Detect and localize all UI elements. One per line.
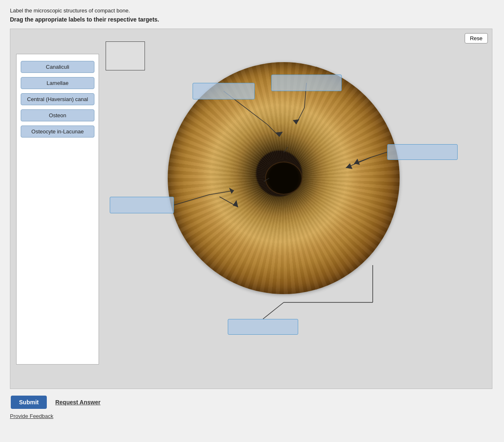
provide-feedback-link[interactable]: Provide Feedback: [10, 413, 53, 419]
drop-target-top-left[interactable]: [193, 83, 255, 99]
label-osteon[interactable]: Osteon: [21, 109, 94, 121]
label-canaliculi[interactable]: Canaliculi: [21, 61, 94, 73]
label-central-canal[interactable]: Central (Haversian) canal: [21, 93, 94, 105]
image-area: [106, 41, 487, 377]
svg-line-16: [263, 302, 284, 319]
reset-button[interactable]: Rese: [465, 33, 488, 43]
page-container: Label the microscopic structures of comp…: [0, 0, 504, 423]
drop-target-top-right[interactable]: [271, 75, 342, 91]
label-osteocyte[interactable]: Osteocyte in-Lacunae: [21, 126, 94, 138]
label-lamellae[interactable]: Lamellae: [21, 77, 94, 89]
instruction-line1: Label the microscopic structures of comp…: [10, 7, 494, 14]
submit-button[interactable]: Submit: [11, 396, 47, 409]
drop-target-bottom[interactable]: [228, 319, 298, 335]
request-answer-link[interactable]: Request Answer: [55, 399, 100, 406]
bottom-actions: Submit Request Answer: [10, 396, 494, 409]
main-exercise-box: Rese Canaliculi Lamellae Central (Havers…: [10, 29, 492, 389]
labels-panel: Canaliculi Lamellae Central (Haversian) …: [16, 54, 99, 365]
drop-target-left[interactable]: [110, 197, 174, 213]
drop-target-right[interactable]: [387, 144, 458, 160]
bone-center-canal: [265, 162, 302, 195]
drop-center-indicator: [106, 41, 145, 70]
instruction-line2: Drag the appropriate labels to their res…: [10, 16, 494, 23]
